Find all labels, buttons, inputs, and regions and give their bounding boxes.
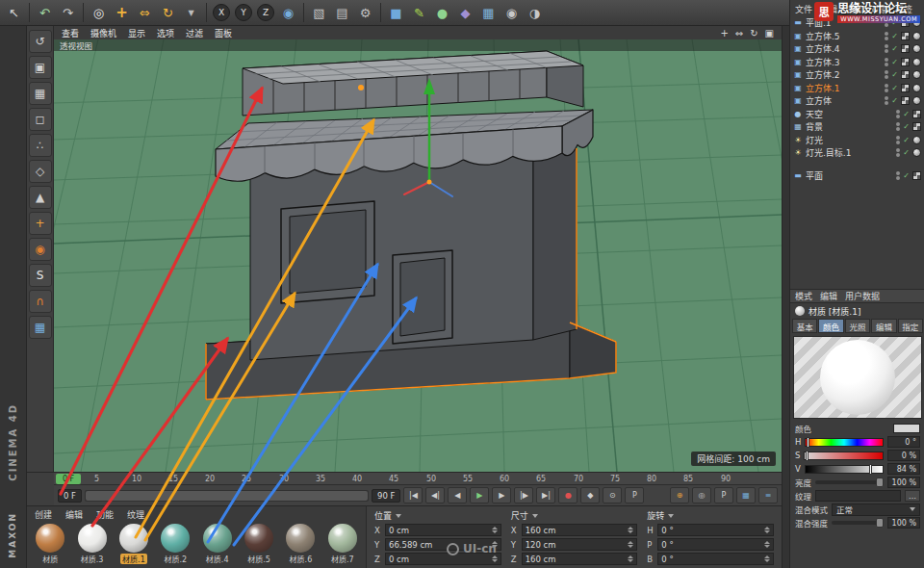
material-sphere[interactable] [244,524,273,553]
menu-options[interactable]: 选项 [157,27,174,39]
menu-create[interactable]: 创建 [35,508,52,521]
spinner[interactable] [628,555,633,562]
texture-tag-icon[interactable] [912,171,921,180]
spinner[interactable] [492,527,498,533]
redo-icon[interactable]: ↷ [57,2,79,24]
object-row[interactable]: ▬平面✓ [790,169,924,183]
tab-basic[interactable]: 基本 [792,319,817,333]
menu-file[interactable]: 文件 [795,3,812,13]
render-picture-viewer-icon[interactable]: ▤ [331,2,353,24]
render-settings-icon[interactable]: ⚙ [354,2,376,24]
enabled-check-icon[interactable]: ✓ [891,32,898,40]
spinner[interactable] [764,527,770,533]
panel-splitter[interactable] [782,26,789,568]
hue-slider[interactable] [805,438,884,447]
texture-browse-button[interactable]: … [905,490,920,502]
saturation-field[interactable]: 0 % [887,450,920,461]
value-slider[interactable] [805,465,884,474]
object-row[interactable]: ●天空✓ [790,108,924,121]
object-row[interactable]: ▣立方体.4✓ [790,42,924,56]
menu-panel[interactable]: 面板 [215,27,232,39]
autokey-button[interactable]: ⊕ [670,487,689,503]
texture-tag-icon[interactable] [901,84,910,92]
add-cube-icon[interactable]: ■ [385,2,407,24]
enabled-check-icon[interactable]: ✓ [903,136,910,144]
rotation-header[interactable]: 旋转 [647,509,774,522]
scale-tool-icon[interactable]: ⇔ [134,2,156,24]
spinner[interactable] [492,555,498,562]
brightness-handle[interactable] [876,478,884,487]
edges-mode-icon[interactable]: ◇ [29,160,52,183]
tab-color[interactable]: 颜色 [818,319,843,333]
object-row[interactable]: ▣立方体.3✓ [790,56,924,69]
move-tool-icon[interactable]: + [111,2,133,24]
texture-tag-icon[interactable] [901,70,910,79]
texture-tag-icon[interactable] [901,58,910,66]
enabled-check-icon[interactable]: ✓ [891,96,898,105]
value-handle[interactable] [869,464,872,475]
position-x-field[interactable]: 0 cm [385,524,501,536]
visibility-dots[interactable] [896,122,900,131]
timeline-scrollbar-thumb[interactable] [86,491,368,501]
object-row[interactable]: ☀灯光✓ [790,134,924,147]
grid-snap-icon[interactable]: ▦ [29,316,52,339]
powerslider-button[interactable]: P [714,487,733,503]
viewport-solo-icon[interactable]: ◉ [29,238,52,261]
menu-mode[interactable]: 模式 [795,290,812,302]
material-sphere[interactable] [328,524,357,553]
enabled-check-icon[interactable]: ✓ [903,110,910,118]
record-keyframe-button[interactable]: ● [558,487,578,503]
play-button[interactable]: ▶ [470,487,489,503]
material-item[interactable]: 材质.5 [240,524,278,564]
menu-texture[interactable]: 纹理 [127,508,144,521]
display-mode-icon[interactable]: ◑ [524,2,546,24]
add-environment-icon[interactable]: ▦ [477,2,500,24]
add-deformer-icon[interactable]: ◆ [454,2,476,24]
current-frame-field[interactable]: 0 F [58,489,82,503]
material-item[interactable]: 材质 [31,524,69,564]
y-axis-lock-button[interactable]: Y [235,4,252,21]
timeline-window-button[interactable]: ▦ [736,487,756,503]
object-row[interactable]: ☀灯光.目标.1✓ [790,146,924,160]
visibility-dots[interactable] [885,44,888,53]
enabled-check-icon[interactable]: ✓ [903,122,910,131]
size-x-field[interactable]: 160 cm [522,524,638,536]
value-field[interactable]: 84 % [887,463,920,475]
model-mode-icon[interactable]: ▣ [29,56,52,79]
visibility-dots[interactable] [896,110,900,118]
zoom-view-icon[interactable]: ⇔ [735,28,743,39]
object-row[interactable]: ▣立方体✓ [790,94,924,108]
spinner[interactable] [628,527,633,533]
material-sphere[interactable] [36,524,64,553]
menu-edit[interactable]: 编辑 [65,508,83,521]
live-selection-icon[interactable]: ◎ [88,2,110,24]
spinner[interactable] [628,541,633,548]
add-camera-icon[interactable]: ◉ [500,2,523,24]
mix-strength-slider[interactable] [832,521,884,525]
target-tag-icon[interactable] [912,136,921,144]
timeline-list-button[interactable]: ≡ [758,487,778,503]
coordinate-system-icon[interactable]: ◉ [277,2,299,24]
object-row[interactable]: ▦背景✓ [790,120,924,134]
enabled-check-icon[interactable]: ✓ [903,148,910,157]
x-axis-lock-button[interactable]: X [213,4,230,21]
object-row[interactable]: ▣立方体.2✓ [790,68,924,82]
pan-view-icon[interactable]: + [720,28,728,39]
visibility-dots[interactable] [885,58,888,66]
phong-tag-icon[interactable] [912,70,921,79]
material-sphere[interactable] [161,524,190,553]
menu-display[interactable]: 显示 [128,27,145,39]
target-tag-icon[interactable] [912,148,921,157]
hue-handle[interactable] [807,437,809,448]
end-frame-field[interactable]: 90 F [372,489,400,503]
record-parameter-button[interactable]: P [625,487,644,503]
tab-assign[interactable]: 指定 [898,319,923,333]
next-frame-button[interactable]: ▶ [492,487,511,503]
menu-edit[interactable]: 编辑 [820,290,837,302]
brightness-field[interactable]: 100 % [887,477,920,488]
rotate-tool-icon[interactable]: ↻ [157,2,179,24]
texture-tag-icon[interactable] [901,96,910,105]
magnet-icon[interactable]: ∩ [29,290,52,313]
texture-field[interactable] [815,490,901,502]
current-color-swatch[interactable] [893,424,920,433]
